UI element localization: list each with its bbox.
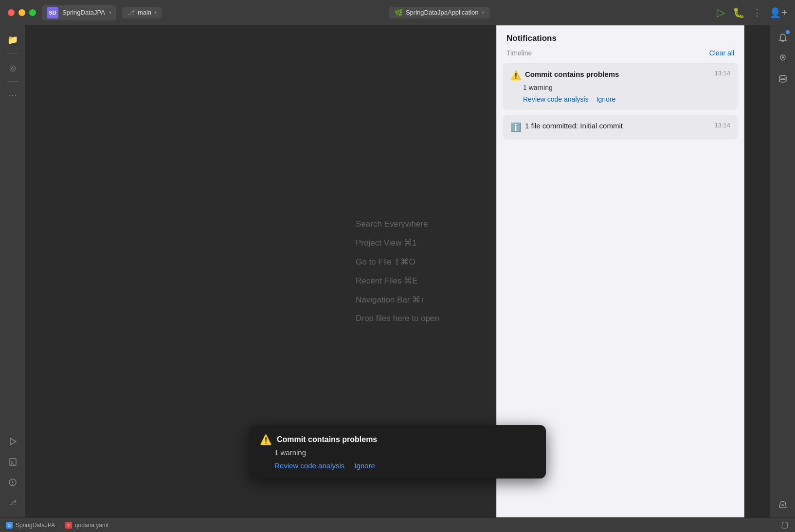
sidebar-separator-2 xyxy=(7,81,18,82)
toast-actions: Review code analysis Ignore xyxy=(274,461,535,470)
toast-header: ⚠️ Commit contains problems xyxy=(260,434,535,445)
project-chevron-icon: ▾ xyxy=(109,10,111,15)
more-button[interactable]: ⋮ xyxy=(753,7,761,18)
titlebar: SD SpringDataJPA ▾ ⎇ main ▾ 🌿 SpringData… xyxy=(0,0,795,25)
svg-point-5 xyxy=(12,484,13,485)
toast-review-button[interactable]: Review code analysis xyxy=(274,461,344,470)
notifications-bell-button[interactable] xyxy=(774,29,792,47)
hint-drop-files: Drop files here to open xyxy=(356,314,439,323)
sidebar-item-git[interactable]: ◎ xyxy=(4,59,21,76)
project-icon: SD xyxy=(47,7,58,18)
qodana-right-icon xyxy=(780,521,789,530)
sidebar-separator-1 xyxy=(7,53,18,54)
problems-icon xyxy=(8,478,17,487)
project-selector[interactable]: SD SpringDataJPA ▾ xyxy=(42,5,116,20)
notification-warning-text-1: 1 warning xyxy=(523,84,730,91)
svg-point-10 xyxy=(779,79,786,82)
notifications-title: Notifications xyxy=(506,34,557,43)
sidebar-item-terminal[interactable] xyxy=(4,453,21,471)
notification-card-warning: ⚠️ Commit contains problems 13:14 1 warn… xyxy=(503,63,738,110)
branch-selector[interactable]: ⎇ main ▾ xyxy=(122,7,162,18)
clear-all-button[interactable]: Clear all xyxy=(709,49,734,57)
status-project[interactable]: S SpringDataJPA xyxy=(6,522,55,529)
run-config-name: SpringDataJpaApplication xyxy=(406,9,479,16)
notification-title-row-1: Commit contains problems 13:14 xyxy=(525,70,730,79)
branch-icon: ⎇ xyxy=(127,9,135,17)
status-file[interactable]: Y qodana.yaml xyxy=(65,522,108,529)
right-sidebar xyxy=(770,25,795,517)
notification-badge xyxy=(786,30,790,34)
traffic-lights xyxy=(8,9,36,16)
maximize-button[interactable] xyxy=(29,9,36,16)
left-sidebar: 📁 ◎ ⋯ xyxy=(0,25,25,517)
run-button[interactable]: ▷ xyxy=(717,6,725,19)
notification-card-info: ℹ️ 1 file committed: Initial commit 13:1… xyxy=(503,115,738,140)
run-config-chevron-icon: ▾ xyxy=(482,10,484,15)
ai-icon xyxy=(778,53,788,63)
hint-search[interactable]: Search Everywhere xyxy=(356,219,439,229)
user-button[interactable]: 👤+ xyxy=(769,7,787,18)
warning-icon: ⚠️ xyxy=(510,70,521,81)
titlebar-actions: ▷ 🐛 ⋮ 👤+ xyxy=(717,6,787,19)
svg-point-7 xyxy=(779,75,786,78)
status-separator: › xyxy=(59,521,61,529)
sidebar-item-problems[interactable] xyxy=(4,474,21,491)
run-config-icon: 🌿 xyxy=(395,9,403,17)
svg-point-6 xyxy=(782,56,784,58)
bell-icon xyxy=(778,33,788,43)
sidebar-item-folder[interactable]: 📁 xyxy=(4,31,21,49)
toast-body: 1 warning Review code analysis Ignore xyxy=(260,448,535,470)
sidebar-item-more[interactable]: ⋯ xyxy=(4,87,21,104)
branch-chevron-icon: ▾ xyxy=(154,10,157,15)
run-icon xyxy=(8,437,17,446)
hint-goto-file[interactable]: Go to File ⇧⌘O xyxy=(356,257,439,267)
titlebar-center: 🌿 SpringDataJpaApplication ▾ xyxy=(167,7,711,18)
notification-title-1: Commit contains problems xyxy=(525,70,619,79)
sidebar-item-vcs[interactable]: ⎇ xyxy=(4,494,21,512)
project-name: SpringDataJPA xyxy=(62,9,105,16)
qodana-icon xyxy=(778,500,788,510)
content-area: Search Everywhere Project View ⌘1 Go to … xyxy=(25,25,770,517)
sidebar-item-ai[interactable] xyxy=(774,50,792,67)
minimize-button[interactable] xyxy=(18,9,25,16)
database-icon xyxy=(778,74,788,84)
review-code-analysis-button[interactable]: Review code analysis xyxy=(523,95,589,103)
notification-title-row-2: 1 file committed: Initial commit 13:14 xyxy=(525,122,730,130)
vcs-icon: ⎇ xyxy=(8,498,17,507)
notification-time-1: 13:14 xyxy=(714,70,730,77)
empty-hints: Search Everywhere Project View ⌘1 Go to … xyxy=(356,219,439,323)
status-bar: S SpringDataJPA › Y qodana.yaml xyxy=(0,517,795,532)
sidebar-item-database[interactable] xyxy=(774,70,792,88)
close-button[interactable] xyxy=(8,9,15,16)
sidebar-item-run[interactable] xyxy=(4,433,21,450)
hint-navigation-bar[interactable]: Navigation Bar ⌘↑ xyxy=(356,295,439,305)
toast-notification: ⚠️ Commit contains problems 1 warning Re… xyxy=(249,425,546,479)
status-qodana-icon: Y xyxy=(65,522,72,529)
right-sidebar-qodana[interactable] xyxy=(774,496,792,514)
info-icon: ℹ️ xyxy=(510,122,521,133)
status-qodana-right[interactable] xyxy=(780,521,789,530)
hint-project-view[interactable]: Project View ⌘1 xyxy=(356,238,439,248)
terminal-icon xyxy=(8,458,17,466)
notification-card-header-2: ℹ️ 1 file committed: Initial commit 13:1… xyxy=(510,122,730,133)
notifications-timeline-row: Timeline Clear all xyxy=(497,47,744,63)
notification-time-2: 13:14 xyxy=(714,122,730,129)
ignore-button-1[interactable]: Ignore xyxy=(596,95,616,103)
toast-warning-icon: ⚠️ xyxy=(260,434,272,445)
git-commit-icon: ◎ xyxy=(9,63,16,72)
folder-icon: 📁 xyxy=(7,35,18,45)
branch-name: main xyxy=(138,9,151,16)
toast-warning-text: 1 warning xyxy=(274,448,535,457)
status-file-label: qodana.yaml xyxy=(75,522,108,529)
run-config-selector[interactable]: 🌿 SpringDataJpaApplication ▾ xyxy=(389,7,490,18)
notification-body-1: 1 warning Review code analysis Ignore xyxy=(510,81,730,103)
hint-recent-files[interactable]: Recent Files ⌘E xyxy=(356,276,439,286)
status-project-label: SpringDataJPA xyxy=(16,522,55,529)
svg-marker-0 xyxy=(10,438,16,445)
main-layout: 📁 ◎ ⋯ xyxy=(0,25,795,517)
notification-title-2: 1 file committed: Initial commit xyxy=(525,122,623,130)
svg-rect-1 xyxy=(9,459,16,465)
notification-card-header-1: ⚠️ Commit contains problems 13:14 xyxy=(510,70,730,81)
debug-button[interactable]: 🐛 xyxy=(733,7,745,18)
toast-ignore-button[interactable]: Ignore xyxy=(354,461,375,470)
